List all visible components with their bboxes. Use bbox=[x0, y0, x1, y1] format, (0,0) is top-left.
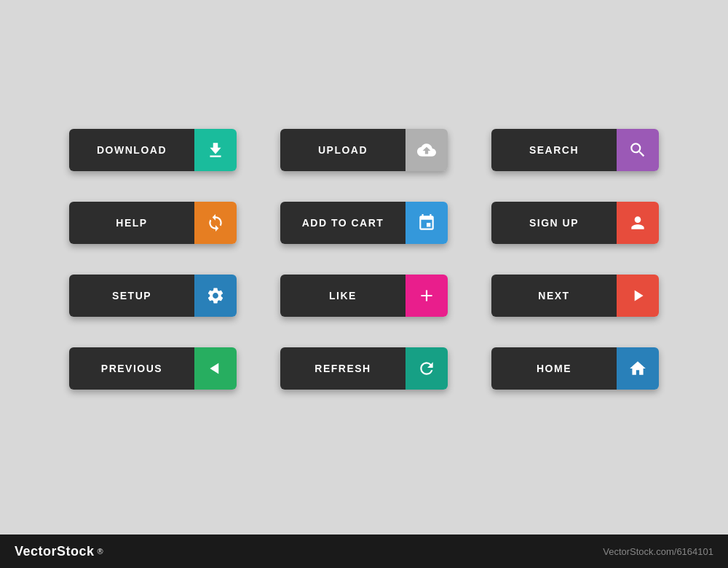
sign-up-icon-area bbox=[617, 202, 659, 244]
home-button[interactable]: HOME bbox=[491, 347, 659, 390]
next-button[interactable]: NEXT bbox=[491, 275, 659, 317]
previous-button[interactable]: PREVIOUS bbox=[69, 347, 237, 390]
upload-icon bbox=[417, 141, 436, 159]
search-button[interactable]: SEARCH bbox=[491, 129, 659, 171]
gear-icon bbox=[206, 286, 225, 305]
download-label: DOWNLOAD bbox=[97, 144, 167, 156]
sign-up-label-area: SIGN UP bbox=[491, 202, 617, 244]
refresh-label-area: REFRESH bbox=[280, 347, 405, 390]
buttons-grid: DOWNLOAD UPLOAD SEARCH bbox=[69, 129, 659, 406]
like-button[interactable]: LIKE bbox=[280, 275, 448, 317]
main-content: DOWNLOAD UPLOAD SEARCH bbox=[0, 0, 728, 535]
home-icon bbox=[628, 359, 647, 378]
help-label-area: HELP bbox=[69, 202, 194, 244]
upload-button[interactable]: UPLOAD bbox=[280, 129, 448, 171]
registered-symbol: ® bbox=[98, 547, 103, 556]
add-to-cart-label: ADD TO CART bbox=[302, 217, 384, 229]
refresh-label: REFRESH bbox=[314, 363, 371, 374]
setup-label-area: SETUP bbox=[69, 275, 194, 317]
refresh-button[interactable]: REFRESH bbox=[280, 347, 448, 390]
search-label-area: SEARCH bbox=[491, 129, 617, 171]
footer-brand: VectorStock ® bbox=[15, 544, 103, 559]
next-icon-area bbox=[617, 275, 659, 317]
upload-label-area: UPLOAD bbox=[280, 129, 405, 171]
user-icon bbox=[628, 213, 647, 232]
refresh-icon bbox=[417, 359, 436, 378]
add-to-cart-label-area: ADD TO CART bbox=[280, 202, 405, 244]
footer: VectorStock ® VectorStock.com/6164101 bbox=[0, 535, 728, 568]
next-icon bbox=[628, 286, 647, 305]
download-icon-area bbox=[194, 129, 237, 171]
search-icon-area bbox=[617, 129, 659, 171]
setup-button[interactable]: SETUP bbox=[69, 275, 237, 317]
previous-icon-area bbox=[194, 347, 237, 390]
home-icon-area bbox=[617, 347, 659, 390]
sign-up-label: SIGN UP bbox=[529, 217, 579, 229]
help-label: HELP bbox=[116, 217, 147, 229]
add-to-cart-icon-area bbox=[405, 202, 448, 244]
like-label-area: LIKE bbox=[280, 275, 405, 317]
search-label: SEARCH bbox=[529, 144, 579, 156]
download-icon bbox=[206, 141, 225, 159]
refresh-icon-area bbox=[405, 347, 448, 390]
brand-name: VectorStock bbox=[15, 544, 95, 559]
previous-icon bbox=[206, 359, 225, 378]
previous-label: PREVIOUS bbox=[101, 363, 162, 374]
home-label-area: HOME bbox=[491, 347, 617, 390]
help-button[interactable]: HELP bbox=[69, 202, 237, 244]
upload-label: UPLOAD bbox=[318, 144, 368, 156]
previous-label-area: PREVIOUS bbox=[69, 347, 194, 390]
upload-icon-area bbox=[405, 129, 448, 171]
next-label: NEXT bbox=[538, 290, 569, 301]
home-label: HOME bbox=[537, 363, 571, 374]
setup-label: SETUP bbox=[112, 290, 151, 301]
help-icon bbox=[206, 213, 225, 232]
setup-icon-area bbox=[194, 275, 237, 317]
like-label: LIKE bbox=[329, 290, 357, 301]
plus-icon bbox=[417, 286, 436, 305]
download-label-area: DOWNLOAD bbox=[69, 129, 194, 171]
help-icon-area bbox=[194, 202, 237, 244]
like-icon-area bbox=[405, 275, 448, 317]
cart-icon bbox=[417, 213, 436, 232]
search-icon bbox=[628, 141, 647, 159]
next-label-area: NEXT bbox=[491, 275, 617, 317]
download-button[interactable]: DOWNLOAD bbox=[69, 129, 237, 171]
sign-up-button[interactable]: SIGN UP bbox=[491, 202, 659, 244]
footer-url: VectorStock.com/6164101 bbox=[603, 546, 713, 557]
add-to-cart-button[interactable]: ADD TO CART bbox=[280, 202, 448, 244]
